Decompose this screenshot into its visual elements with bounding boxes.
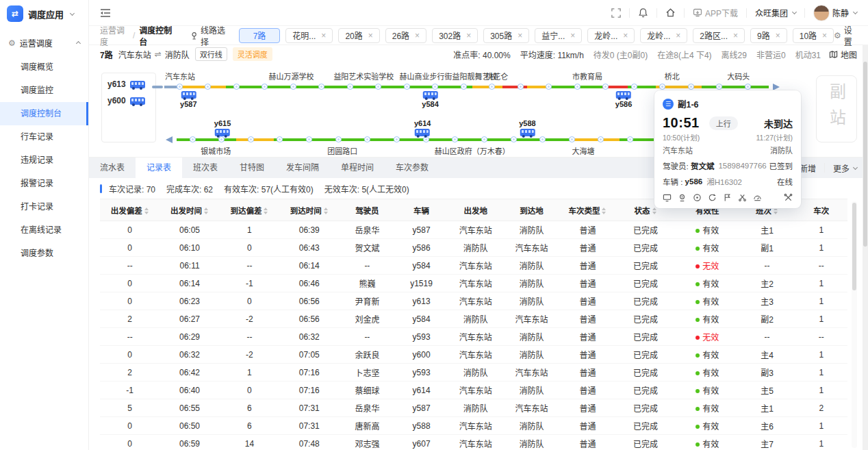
report-tab[interactable]: 车次参数 bbox=[385, 158, 439, 178]
table-row[interactable]: -1 06:40 0 07:16 蔡细球 y614 汽车东站 消防队 普通 已完… bbox=[100, 382, 847, 399]
close-icon[interactable]: × bbox=[570, 32, 575, 40]
table-row[interactable]: 0 06:14 -1 06:46 熊巍 y1519 汽车东站 消防队 普通 已完… bbox=[100, 275, 847, 292]
add-record-button[interactable]: 新增 bbox=[800, 162, 816, 174]
report-tab[interactable]: 发车间隔 bbox=[275, 158, 330, 178]
report-tab[interactable]: 流水表 bbox=[89, 158, 136, 178]
close-icon[interactable]: × bbox=[368, 32, 373, 40]
sidebar-item[interactable]: 行车记录 bbox=[0, 125, 88, 149]
dashboard-icon[interactable] bbox=[753, 193, 762, 202]
table-row[interactable]: 2 06:27 -2 06:56 刘金虎 y584 消防队 汽车东站 普通 已完… bbox=[100, 310, 847, 328]
close-icon[interactable]: × bbox=[776, 32, 780, 40]
route-chip[interactable]: 花明... × bbox=[285, 28, 333, 43]
sidebar-item[interactable]: 报警记录 bbox=[0, 172, 88, 195]
bell-icon[interactable] bbox=[638, 8, 648, 18]
route-chip[interactable]: 10路 × bbox=[793, 28, 834, 43]
record-icon[interactable] bbox=[693, 193, 702, 202]
running-bus[interactable]: y587 bbox=[180, 91, 196, 108]
column-header[interactable]: 车次类型 bbox=[560, 199, 616, 221]
sidebar-item[interactable]: 打卡记录 bbox=[0, 195, 88, 218]
flag-icon[interactable] bbox=[723, 193, 732, 202]
table-row[interactable]: 0 06:10 0 06:43 贺文斌 y586 消防队 汽车东站 普通 已完成… bbox=[100, 239, 847, 257]
parked-bus[interactable]: y600 bbox=[107, 96, 150, 105]
table-scrollbar[interactable] bbox=[852, 201, 857, 448]
column-header[interactable]: 到达偏差 bbox=[220, 199, 279, 221]
sort-icon[interactable] bbox=[602, 208, 607, 214]
route-chip[interactable]: 305路 × bbox=[483, 28, 529, 43]
sort-icon[interactable] bbox=[144, 208, 149, 214]
column-header[interactable]: 驾驶员 bbox=[339, 199, 395, 221]
close-icon[interactable]: × bbox=[466, 32, 471, 40]
column-header[interactable]: 到达时间 bbox=[279, 199, 339, 221]
close-icon[interactable]: × bbox=[321, 32, 326, 40]
running-bus[interactable]: y586 bbox=[615, 91, 632, 108]
close-icon[interactable]: × bbox=[822, 32, 827, 40]
column-header[interactable]: 出发时间 bbox=[159, 199, 219, 221]
map-button[interactable]: 地图 bbox=[829, 49, 857, 60]
running-bus[interactable]: y584 bbox=[422, 91, 438, 108]
org-switcher[interactable]: 众旺集团 bbox=[755, 7, 796, 18]
sort-icon[interactable] bbox=[324, 208, 329, 214]
table-row[interactable]: 0 06:05 1 06:39 岳泉华 y587 汽车东站 消防队 普通 已完成… bbox=[100, 221, 847, 239]
column-header[interactable]: 到达地 bbox=[504, 199, 560, 221]
monitor-icon[interactable] bbox=[663, 193, 672, 202]
table-row[interactable]: 2 06:42 1 07:16 卜志坚 y593 消防队 汽车东站 普通 已完成… bbox=[100, 364, 847, 382]
page-scrollbar[interactable] bbox=[863, 45, 868, 450]
sidebar-item[interactable]: 违规记录 bbox=[0, 149, 88, 172]
close-icon[interactable]: × bbox=[676, 32, 680, 40]
cut-icon[interactable] bbox=[738, 193, 747, 202]
running-bus[interactable]: y615 bbox=[214, 119, 231, 136]
fullscreen-icon[interactable] bbox=[611, 8, 621, 18]
settings-button[interactable]: ⚙ 设置 bbox=[834, 24, 857, 47]
column-header[interactable]: 车辆 bbox=[395, 199, 447, 221]
sidebar-item[interactable]: 调度参数 bbox=[0, 242, 88, 265]
report-tab[interactable]: 单程时间 bbox=[330, 158, 385, 178]
sidebar-item[interactable]: 在离线记录 bbox=[0, 218, 88, 242]
sidebar-group-operations[interactable]: ⚙ 运营调度 bbox=[0, 27, 88, 55]
breadcrumb-parent[interactable]: 运营调度 bbox=[100, 24, 129, 47]
close-icon[interactable]: × bbox=[415, 32, 420, 40]
close-icon[interactable]: × bbox=[623, 32, 628, 40]
user-menu[interactable]: 陈静 bbox=[813, 5, 857, 21]
route-chip[interactable]: 2路区... × bbox=[693, 28, 745, 43]
sort-icon[interactable] bbox=[774, 208, 778, 214]
route-chip[interactable]: 26路 × bbox=[385, 28, 426, 43]
running-bus[interactable]: y614 bbox=[414, 119, 431, 136]
table-row[interactable]: -- 06:29 -- 06:32 -- y593 汽车东站 消防队 普通 已完… bbox=[100, 328, 847, 346]
report-tab[interactable]: 记录表 bbox=[136, 158, 182, 178]
app-logo-row[interactable]: ⇄ 调度应用 bbox=[0, 0, 88, 27]
repair-tools-icon[interactable] bbox=[784, 193, 793, 202]
route-chip[interactable]: 20路 × bbox=[338, 28, 379, 43]
flex-dispatch-badge[interactable]: 灵活调度 bbox=[233, 47, 272, 61]
report-tab[interactable]: 甘特图 bbox=[229, 158, 275, 178]
sort-icon[interactable] bbox=[264, 208, 268, 214]
sidebar-item[interactable]: 调度概览 bbox=[0, 55, 88, 79]
route-chip[interactable]: 302路 × bbox=[432, 28, 478, 43]
sort-icon[interactable] bbox=[204, 208, 209, 214]
route-chip[interactable]: 益宁... × bbox=[535, 28, 582, 43]
camera-icon[interactable] bbox=[678, 193, 687, 202]
app-download-button[interactable]: APP下载 bbox=[693, 7, 738, 18]
report-tab[interactable]: 班次表 bbox=[182, 158, 229, 178]
refresh-icon[interactable] bbox=[708, 193, 717, 202]
route-chip[interactable]: 龙岭... × bbox=[640, 28, 687, 43]
sidebar-item[interactable]: 调度监控 bbox=[0, 79, 88, 102]
table-row[interactable]: 0 06:50 6 07:31 唐新高 y588 汽车东站 消防队 普通 已完成… bbox=[100, 417, 847, 435]
route-chip[interactable]: 龙岭... × bbox=[587, 28, 635, 43]
sub-station-button[interactable]: 副站 bbox=[816, 75, 857, 142]
column-header[interactable]: 出发偏差 bbox=[100, 199, 159, 221]
sort-icon[interactable] bbox=[652, 208, 657, 214]
home-icon[interactable] bbox=[665, 8, 676, 18]
parked-bus[interactable]: y613 bbox=[107, 79, 150, 89]
column-header[interactable]: 出发地 bbox=[448, 199, 504, 221]
route-picker-button[interactable]: 线路选择 bbox=[190, 24, 229, 47]
collapse-menu-icon[interactable] bbox=[100, 8, 111, 18]
sidebar-item[interactable]: 调度控制台 bbox=[0, 102, 88, 125]
running-bus[interactable]: y588 bbox=[519, 119, 535, 136]
table-row[interactable]: 0 06:59 14 07:48 邓志强 y607 汽车东站 消防队 普通 已完… bbox=[100, 435, 847, 450]
close-icon[interactable]: × bbox=[518, 32, 522, 40]
column-header[interactable]: 车次 bbox=[795, 199, 848, 221]
route-chip[interactable]: 7路 × bbox=[239, 28, 281, 43]
table-row[interactable]: 0 06:32 -2 07:05 余跃良 y600 汽车东站 消防队 普通 已完… bbox=[100, 346, 847, 364]
route-chip[interactable]: 9路 × bbox=[750, 28, 787, 43]
table-row[interactable]: -- 06:11 -- 06:14 -- y584 汽车东站 消防队 普通 已完… bbox=[100, 257, 847, 275]
